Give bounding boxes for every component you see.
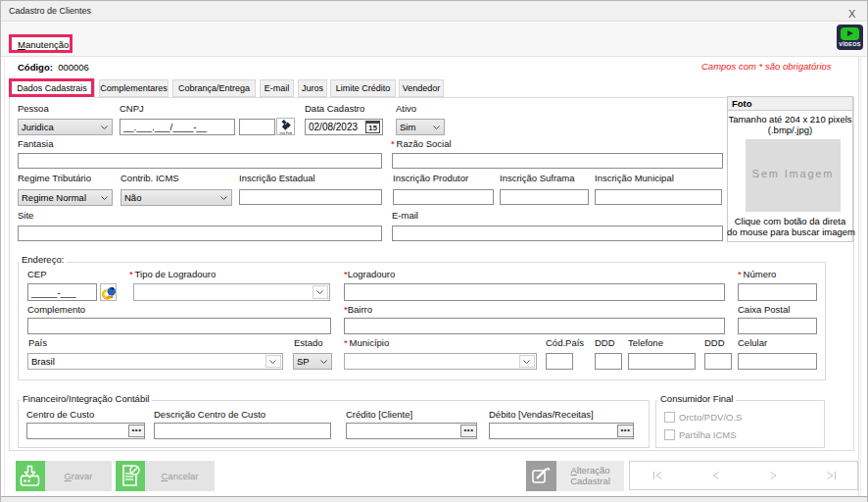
svg-text:Receita Federal: Receita Federal: [279, 131, 292, 135]
